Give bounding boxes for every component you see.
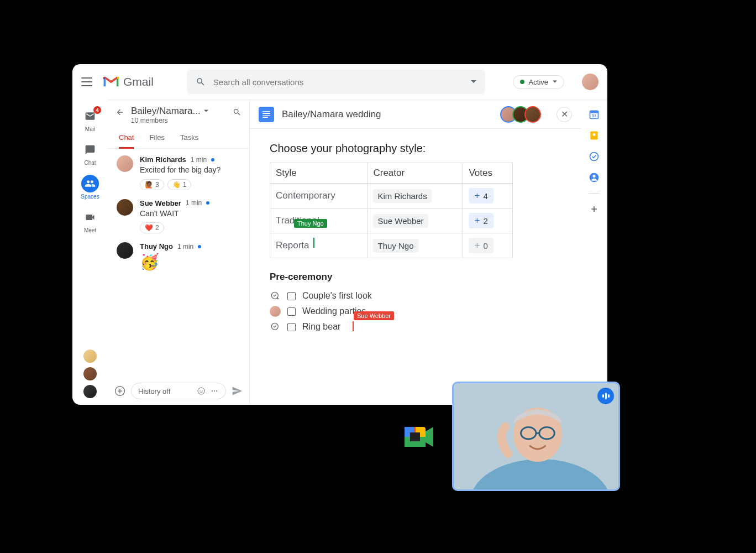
svg-point-2	[200, 390, 200, 390]
send-icon[interactable]	[232, 385, 243, 397]
checkbox[interactable]	[287, 307, 296, 316]
space-search-icon[interactable]	[232, 106, 243, 117]
close-button[interactable]: ✕	[556, 107, 572, 122]
calendar-icon[interactable]: 31	[589, 109, 600, 120]
message: Thuy Ngo1 min 🥳	[117, 242, 240, 271]
assign-icon[interactable]	[270, 321, 281, 332]
doc-collaborators[interactable]	[505, 106, 541, 123]
space-tabs: Chat Files Tasks	[108, 128, 249, 149]
chat-icon	[85, 144, 96, 155]
avatar[interactable]	[117, 242, 133, 259]
table-row: Contemporary Kim Richards +4	[270, 184, 513, 208]
topbar: Gmail Active	[72, 64, 607, 100]
vote-button[interactable]: +2	[469, 213, 493, 228]
tasks-icon[interactable]	[589, 151, 600, 162]
cursor-tag: Sue Webber	[354, 311, 394, 320]
spaces-icon	[85, 178, 96, 189]
doc-body[interactable]: Choose your photography style: Style Cre…	[250, 129, 581, 405]
meet-logo-icon	[401, 422, 437, 451]
mail-badge: 4	[93, 106, 101, 114]
nav-rail: 4 Mail Chat Spaces Meet	[72, 100, 108, 405]
vote-button[interactable]: +4	[469, 188, 493, 204]
nav-spaces[interactable]: Spaces	[72, 171, 108, 203]
checkbox[interactable]	[287, 292, 296, 300]
svg-point-14	[590, 153, 599, 161]
more-icon[interactable]	[210, 387, 219, 395]
svg-point-1	[198, 388, 204, 394]
gmail-m-icon	[103, 76, 119, 88]
add-icon[interactable]	[114, 385, 125, 397]
avatar[interactable]	[117, 155, 133, 172]
cursor-tag: Thuy Ngo	[294, 219, 327, 228]
svg-text:31: 31	[592, 113, 596, 118]
svg-point-5	[214, 390, 215, 392]
assign-icon[interactable]	[270, 290, 281, 301]
checklist-item: Ring bear Sue Webber	[270, 319, 561, 335]
meet-icon	[85, 212, 96, 223]
search-input[interactable]	[213, 77, 463, 87]
nav-avatar-3[interactable]	[83, 385, 97, 398]
chevron-down-icon[interactable]	[204, 109, 208, 113]
chevron-down-icon	[553, 80, 557, 84]
gmail-logo[interactable]: Gmail	[103, 75, 154, 88]
doc-section-heading: Pre-ceremony	[270, 272, 561, 283]
checklist-item: Wedding parties	[270, 304, 561, 319]
status-chip[interactable]: Active	[513, 75, 564, 89]
reaction[interactable]: ❤️2	[140, 222, 164, 233]
checkbox[interactable]	[287, 323, 296, 331]
speaking-indicator-icon	[597, 388, 614, 404]
search-options-icon[interactable]	[471, 79, 476, 85]
space-panel: Bailey/Namara... 10 members Chat Files T…	[108, 100, 249, 405]
svg-point-6	[216, 390, 217, 392]
svg-point-3	[202, 390, 202, 390]
nav-avatar-1[interactable]	[83, 349, 97, 363]
collaborator-avatar[interactable]	[524, 106, 541, 123]
menu-icon[interactable]	[81, 76, 92, 87]
back-arrow-icon[interactable]	[114, 106, 125, 117]
keep-icon[interactable]	[589, 130, 600, 141]
document-panel: Bailey/Namara wedding ✕ Choose your phot…	[249, 100, 581, 405]
tab-tasks[interactable]: Tasks	[180, 128, 198, 149]
doc-heading: Choose your photography style:	[270, 142, 561, 155]
message: Sue Webber1 min Can't WAIT ❤️2	[117, 199, 240, 234]
docs-icon	[259, 107, 274, 122]
tab-chat[interactable]: Chat	[119, 128, 134, 149]
messages-list: Kim Richards1 min Excited for the big da…	[108, 149, 249, 377]
nav-mail[interactable]: 4 Mail	[72, 104, 108, 135]
meet-video-pip[interactable]	[452, 382, 620, 491]
svg-point-13	[593, 133, 596, 136]
nav-meet[interactable]: Meet	[72, 205, 108, 237]
profile-avatar[interactable]	[582, 74, 599, 90]
compose-input[interactable]: History off	[131, 383, 226, 399]
message: Kim Richards1 min Excited for the big da…	[117, 155, 240, 190]
tab-files[interactable]: Files	[149, 128, 164, 149]
svg-point-16	[593, 175, 596, 178]
reaction[interactable]: 👋1	[167, 179, 192, 190]
add-icon[interactable]	[589, 204, 600, 215]
search-bar[interactable]	[187, 70, 485, 94]
svg-rect-10	[590, 111, 599, 113]
checklist-item: Couple's first look	[270, 288, 561, 304]
nav-chat[interactable]: Chat	[72, 138, 108, 169]
style-table: Style Creator Votes Contemporary Kim Ric…	[270, 163, 513, 258]
main-area: 4 Mail Chat Spaces Meet	[72, 100, 607, 405]
nav-avatar-2[interactable]	[83, 367, 97, 380]
side-panel-rail: 31	[581, 100, 607, 405]
reaction[interactable]: 🙋🏾3	[140, 179, 164, 190]
status-label: Active	[529, 78, 548, 86]
compose-area: History off	[108, 377, 249, 405]
vote-button[interactable]: +0	[469, 238, 493, 253]
gmail-text: Gmail	[123, 75, 154, 88]
table-row: Reporta Thuy Ngo +0	[270, 233, 513, 258]
space-members[interactable]: 10 members	[131, 117, 226, 124]
contacts-icon[interactable]	[589, 172, 600, 183]
gmail-window: Gmail Active 4 Mail Chat	[72, 64, 607, 405]
doc-header: Bailey/Namara wedding ✕	[250, 100, 581, 129]
space-title[interactable]: Bailey/Namara...	[131, 106, 201, 117]
assignee-avatar[interactable]	[270, 306, 281, 317]
emoji-icon[interactable]	[197, 387, 206, 395]
unread-dot-icon	[211, 158, 214, 161]
avatar[interactable]	[117, 199, 133, 216]
doc-title: Bailey/Namara wedding	[282, 109, 497, 120]
svg-point-4	[212, 390, 213, 392]
